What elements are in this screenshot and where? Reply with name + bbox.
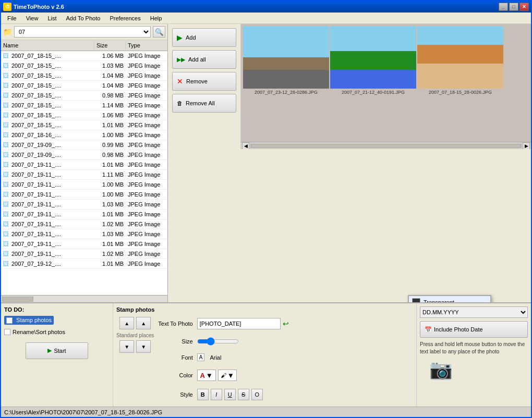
file-row[interactable]: 🖼 2007_07_18-15_.... 1.03 MB JPEG Image [1, 61, 167, 71]
bg-color-button[interactable]: 🖌 ▼ [218, 370, 237, 381]
menu-preferences[interactable]: Preferences [105, 14, 144, 22]
remove-icon: ✕ [177, 77, 183, 85]
thumbnail-3[interactable]: 2007_07_18-15_28-0026.JPG [417, 26, 503, 140]
date-format-select[interactable]: DD.MM.YYYY MM.DD.YYYY YYYY.MM.DD [420, 306, 528, 318]
preview-container: 18.07.2007 Transparent More Colors... [168, 149, 531, 302]
size-slider[interactable] [197, 337, 239, 346]
add-button[interactable]: ▶ Add [172, 28, 236, 47]
file-row[interactable]: 🖼 2007_07_19-11_.... 1.01 MB JPEG Image [1, 239, 167, 249]
file-row[interactable]: 🖼 2007_07_18-16_.... 1.00 MB JPEG Image [1, 130, 167, 140]
text-arrow-icon: ↩ [283, 319, 289, 328]
file-type: JPEG Image [126, 181, 167, 188]
folder-select[interactable]: 07 [14, 26, 151, 38]
strikethrough-button[interactable]: S [238, 389, 249, 400]
add-icon: ▶ [177, 33, 183, 42]
remove-button[interactable]: ✕ Remove [172, 72, 236, 91]
file-row[interactable]: 🖼 2007_07_19-11_.... 1.03 MB JPEG Image [1, 229, 167, 239]
menu-file[interactable]: File [3, 14, 21, 22]
file-row[interactable]: 🖼 2007_07_18-15_.... 1.06 MB JPEG Image [1, 110, 167, 120]
file-name: 2007_07_19-09_.... [10, 142, 94, 148]
file-name: 2007_07_19-12_.... [10, 261, 94, 267]
start-button[interactable]: ▶ Start [26, 342, 88, 359]
menu-help[interactable]: Help [146, 14, 166, 22]
color-dropdown-arrow: ▼ [206, 372, 213, 379]
file-icon: 🖼 [1, 170, 10, 179]
file-row[interactable]: 🖼 2007_07_19-11_.... 1.03 MB JPEG Image [1, 200, 167, 210]
file-size: 0.98 MB [94, 92, 126, 99]
menu-list[interactable]: List [43, 14, 61, 22]
file-icon: 🖼 [1, 91, 10, 100]
rename-label: Rename\Sort photos [13, 329, 65, 335]
file-row[interactable]: 🖼 2007_07_18-15_.... 1.04 MB JPEG Image [1, 71, 167, 81]
file-size: 1.01 MB [94, 162, 126, 168]
file-row[interactable]: 🖼 2007_07_19-11_.... 1.01 MB JPEG Image [1, 210, 167, 219]
minimize-button[interactable]: _ [499, 3, 508, 11]
rename-checkbox[interactable] [4, 329, 10, 335]
file-size: 1.01 MB [94, 261, 126, 267]
file-row[interactable]: 🖼 2007_07_19-12_.... 1.01 MB JPEG Image [1, 259, 167, 269]
file-row[interactable]: 🖼 2007_07_18-15_.... 1.04 MB JPEG Image [1, 81, 167, 91]
color-control: A ▼ 🖌 ▼ [197, 370, 413, 381]
scroll-left-arrow[interactable]: ◀ [242, 142, 249, 150]
file-row[interactable]: 🖼 2007_07_19-11_.... 1.02 MB JPEG Image [1, 249, 167, 259]
outline-button[interactable]: O [251, 389, 263, 400]
file-icon: 🖼 [1, 71, 10, 80]
thumbnails-area: 2007_07_23-12_28-0286.JPG 2007_07_21-12_… [241, 24, 531, 149]
todo-item-rename[interactable]: Rename\Sort photos [4, 328, 110, 336]
menu-view[interactable]: View [22, 14, 43, 22]
file-type: JPEG Image [126, 53, 167, 59]
file-size: 1.04 MB [94, 72, 126, 79]
file-row[interactable]: 🖼 2007_07_18-15_.... 1.01 MB JPEG Image [1, 120, 167, 130]
file-row[interactable]: 🖼 2007_07_19-09_.... 0.99 MB JPEG Image [1, 140, 167, 150]
font-color-button[interactable]: A ▼ [197, 370, 216, 381]
thumbnail-image-1 [243, 26, 329, 89]
maximize-button[interactable]: □ [509, 3, 518, 11]
file-size: 1.03 MB [94, 201, 126, 207]
file-size: 0.98 MB [94, 152, 126, 158]
file-row[interactable]: 🖼 2007_07_19-11_.... 1.00 MB JPEG Image [1, 180, 167, 190]
transparent-option[interactable]: Transparent [409, 296, 490, 302]
file-name: 2007_07_18-15_.... [10, 122, 94, 128]
file-row[interactable]: 🖼 2007_07_18-15_.... 0.98 MB JPEG Image [1, 91, 167, 101]
file-size: 1.01 MB [94, 211, 126, 217]
file-row[interactable]: 🖼 2007_07_19-11_.... 1.00 MB JPEG Image [1, 190, 167, 200]
remove-all-button[interactable]: 🗑 Remove All [172, 94, 236, 113]
file-row[interactable]: 🖼 2007_07_19-11_.... 1.02 MB JPEG Image [1, 219, 167, 229]
camera-icon: 📷 [429, 359, 453, 380]
text-to-photo-input[interactable] [197, 318, 281, 329]
file-name: 2007_07_18-15_.... [10, 53, 94, 59]
file-row[interactable]: 🖼 2007_07_18-15_.... 1.06 MB JPEG Image [1, 51, 167, 61]
todo-item-stamp[interactable]: ✓ Stamp photos [4, 315, 110, 326]
file-icon: 🖼 [1, 190, 10, 199]
underline-button[interactable]: U [224, 389, 236, 400]
menu-add-to-photo[interactable]: Add To Photo [62, 14, 105, 22]
window-controls: _ □ ✕ [499, 3, 529, 11]
file-icon: 🖼 [1, 111, 10, 119]
file-type: JPEG Image [126, 82, 167, 89]
date-format-row: DD.MM.YYYY MM.DD.YYYY YYYY.MM.DD [420, 306, 528, 318]
bold-button[interactable]: B [197, 389, 209, 400]
thumbnail-2[interactable]: 2007_07_21-12_40-0191.JPG [330, 26, 416, 140]
file-row[interactable]: 🖼 2007_07_19-11_.... 1.11 MB JPEG Image [1, 170, 167, 180]
calendar-icon: 📅 [425, 326, 432, 333]
file-size: 1.01 MB [94, 122, 126, 128]
move-down-right-button[interactable]: ▼ [136, 340, 151, 353]
scroll-right-arrow[interactable]: ▶ [523, 142, 530, 150]
browse-folder-button[interactable]: 🔍 [153, 26, 165, 38]
add-all-button[interactable]: ▶▶ Add all [172, 50, 236, 69]
move-up-right-button[interactable]: ▲ [136, 317, 151, 329]
title-bar: ⏱ TimeToPhoto v 2.6 _ □ ✕ [1, 1, 531, 13]
include-photo-date-button[interactable]: 📅 Include Photo Date [420, 321, 528, 338]
file-row[interactable]: 🖼 2007_07_19-09_.... 0.98 MB JPEG Image [1, 150, 167, 160]
stamp-checkbox[interactable]: ✓ [6, 317, 13, 324]
file-row[interactable]: 🖼 2007_07_19-11_.... 1.01 MB JPEG Image [1, 160, 167, 170]
file-icon: 🖼 [1, 260, 10, 268]
move-down-left-button[interactable]: ▼ [119, 340, 134, 353]
italic-button[interactable]: I [211, 389, 222, 400]
horizontal-scrollbar[interactable] [1, 295, 167, 302]
move-up-left-button[interactable]: ▲ [119, 317, 134, 329]
close-button[interactable]: ✕ [519, 3, 529, 11]
file-row[interactable]: 🖼 2007_07_18-15_.... 1.14 MB JPEG Image [1, 101, 167, 110]
thumbnail-1[interactable]: 2007_07_23-12_28-0286.JPG [243, 26, 329, 140]
status-path: C:\Users\Alex\PHOTO\2007\07\2007_07_18-1… [4, 409, 162, 415]
